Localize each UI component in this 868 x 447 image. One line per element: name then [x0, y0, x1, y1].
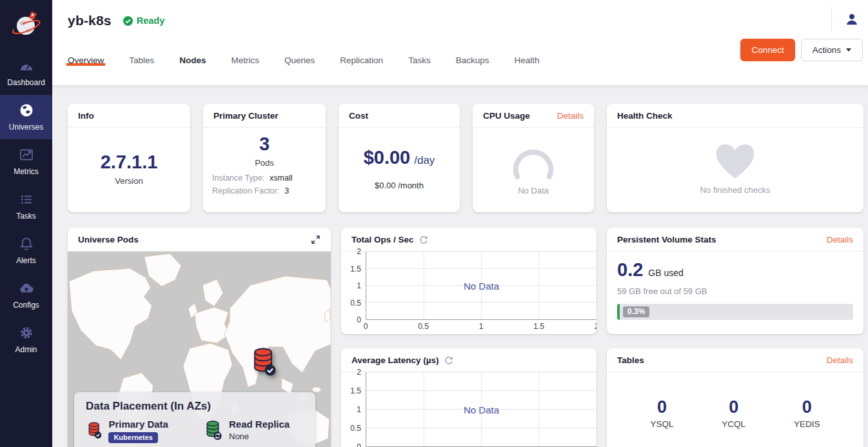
volume-used-unit: GB used: [648, 268, 683, 278]
plot-area: No Data: [366, 372, 597, 447]
user-icon: [845, 12, 859, 26]
y-axis-ticks: 21.510.50: [346, 252, 366, 320]
card-title: Universe Pods: [78, 235, 139, 244]
line-chart-icon: [19, 147, 34, 163]
chart-empty-text: No Data: [464, 404, 499, 415]
gauge-arc-icon: [502, 143, 564, 180]
kubernetes-badge: Kubernetes: [108, 432, 158, 443]
expand-icon[interactable]: [311, 235, 321, 244]
primary-data-icon: [86, 419, 102, 442]
pods-count: 3: [259, 134, 270, 155]
cloud-icon: [19, 281, 34, 296]
tab-tables[interactable]: Tables: [129, 31, 154, 85]
volume-used-value: 0.2: [617, 260, 643, 281]
tables-card: Tables Details 0 YSQL 0 YCQL: [607, 348, 863, 447]
tab-replication[interactable]: Replication: [340, 31, 383, 85]
health-empty-text: No finished checks: [700, 185, 770, 195]
sidebar-item-dashboard[interactable]: Dashboard: [0, 50, 52, 95]
ysql-label: YSQL: [650, 419, 673, 429]
legend-read-replica: Read Replica None: [203, 419, 304, 447]
cpu-details-link[interactable]: Details: [557, 111, 584, 121]
universe-pods-card: Universe Pods: [68, 228, 331, 447]
tab-nodes[interactable]: Nodes: [179, 31, 206, 85]
yedis-label: YEDIS: [794, 419, 820, 429]
refresh-icon[interactable]: [419, 235, 428, 244]
cost-card: Cost $0.00 /day $0.00 /month: [339, 104, 460, 212]
card-title: Tables: [617, 355, 644, 365]
volume-details-link[interactable]: Details: [827, 235, 853, 244]
card-title: Primary Cluster: [213, 111, 279, 121]
actions-label: Actions: [813, 45, 841, 55]
chart-title: Average Latency (µs): [351, 355, 439, 365]
tab-health[interactable]: Health: [514, 31, 539, 85]
yedis-stat: 0 YEDIS: [794, 398, 820, 430]
bell-icon: [19, 236, 34, 252]
ysql-stat: 0 YSQL: [650, 398, 673, 430]
legend-title: Data Placement (In AZs): [86, 400, 304, 413]
x-axis-ticks: 00.511.52: [366, 320, 597, 332]
sidebar-item-tasks[interactable]: Tasks: [0, 184, 52, 228]
volume-progress-bar: 0.3%: [617, 304, 853, 320]
check-circle-icon: [123, 16, 133, 26]
connect-button[interactable]: Connect: [740, 39, 794, 61]
replication-factor-value: 3: [284, 186, 289, 195]
tab-metrics[interactable]: Metrics: [232, 31, 260, 85]
replication-factor-label: Replication Factor:: [212, 186, 279, 195]
sidebar-item-label: Alerts: [16, 256, 36, 265]
sidebar-item-universes[interactable]: Universes: [0, 95, 52, 139]
user-menu[interactable]: [831, 6, 859, 32]
chart-empty-text: No Data: [464, 280, 499, 291]
sidebar-item-label: Configs: [13, 301, 39, 310]
sidebar-item-label: Admin: [15, 345, 37, 354]
data-placement-legend: Data Placement (In AZs): [74, 392, 315, 447]
globe-icon: [19, 103, 34, 118]
y-axis-ticks: 21.510.50: [346, 372, 366, 447]
plot-area: No Data: [366, 252, 597, 320]
sidebar-item-admin[interactable]: Admin: [0, 317, 52, 362]
read-replica-label: Read Replica: [229, 419, 290, 430]
primary-cluster-card: Primary Cluster 3 Pods Instance Type: xs…: [203, 104, 326, 212]
actions-dropdown[interactable]: Actions: [801, 39, 863, 61]
sidebar-item-label: Tasks: [16, 212, 36, 221]
refresh-icon[interactable]: [444, 356, 453, 365]
card-title: CPU Usage: [483, 111, 530, 121]
read-replica-detail: None: [229, 432, 290, 441]
yugabyte-logo[interactable]: [0, 0, 52, 50]
list-icon: [19, 192, 34, 207]
primary-data-map-marker[interactable]: [249, 346, 277, 381]
average-latency-chart-card: Average Latency (µs) 21.510.50: [341, 348, 597, 447]
cpu-usage-card: CPU Usage Details No Data: [473, 104, 594, 212]
tables-details-link[interactable]: Details: [827, 355, 853, 365]
page-title: yb-k8s: [68, 13, 112, 28]
gear-icon: [19, 325, 34, 341]
instance-type-value: xsmall: [270, 174, 292, 183]
cost-per-day-value: $0.00: [364, 148, 411, 168]
persistent-volume-card: Persistent Volume Stats Details 0.2 GB u…: [607, 228, 863, 334]
info-card: Info 2.7.1.1 Version: [68, 104, 190, 212]
sidebar-item-alerts[interactable]: Alerts: [0, 228, 52, 273]
planet-rocket-icon: [10, 8, 43, 42]
tab-overview[interactable]: Overview: [68, 31, 104, 85]
card-title: Persistent Volume Stats: [617, 235, 716, 244]
tab-tasks[interactable]: Tasks: [408, 31, 431, 85]
primary-data-label: Primary Data: [108, 419, 186, 430]
health-check-card: Health Check No finished checks: [607, 104, 863, 212]
sidebar-item-configs[interactable]: Configs: [0, 273, 52, 317]
version-label: Version: [115, 176, 143, 186]
world-map[interactable]: Data Placement (In AZs): [68, 252, 331, 447]
chart-title: Total Ops / Sec: [351, 235, 414, 244]
card-title: Info: [78, 111, 94, 121]
sidebar-item-metrics[interactable]: Metrics: [0, 139, 52, 184]
volume-progress-fill: [617, 304, 620, 320]
legend-primary-data: Primary Data Kubernetes 1 Region, 3 AZS,…: [86, 419, 186, 447]
chevron-down-icon: [846, 48, 851, 52]
cost-per-day-unit: /day: [414, 154, 435, 167]
cost-per-month: $0.00 /month: [375, 181, 424, 190]
tab-queries[interactable]: Queries: [284, 31, 315, 85]
instance-type-label: Instance Type:: [212, 174, 264, 183]
heart-icon: [716, 144, 755, 179]
sidebar: Dashboard Universes Metrics: [0, 0, 52, 447]
tab-backups[interactable]: Backups: [456, 31, 489, 85]
database-marker-icon: [249, 346, 277, 378]
ycql-stat: 0 YCQL: [722, 398, 745, 430]
